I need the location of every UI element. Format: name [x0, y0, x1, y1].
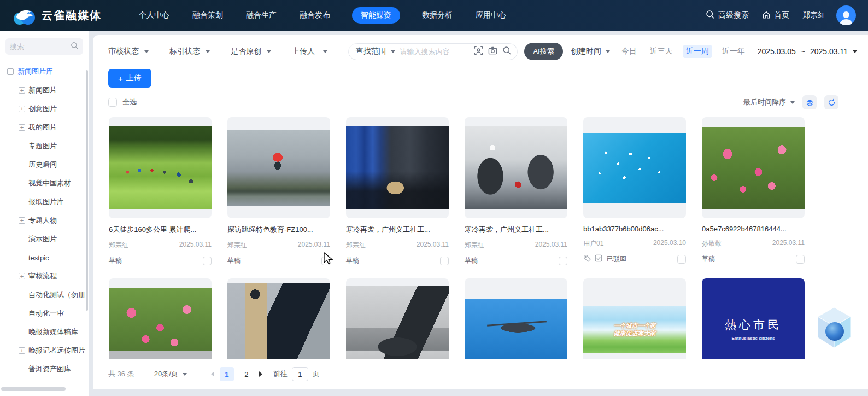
nav-item-smart-media[interactable]: 智能媒资 [352, 7, 400, 24]
chevron-down-icon [606, 50, 610, 53]
sidebar-horizontal-scrollbar[interactable] [1, 387, 66, 391]
search-icon[interactable] [71, 42, 79, 52]
asset-checkbox[interactable] [203, 257, 212, 265]
asset-card[interactable]: 寒冷再袭，广州义工社工... 郑宗红2025.03.11 草稿 [346, 117, 449, 265]
goto-page-input[interactable] [292, 367, 308, 381]
thumbnail[interactable] [346, 117, 449, 218]
range-last-year[interactable]: 近一年 [719, 45, 748, 58]
citizen-card-title: 熱心市民 [725, 317, 782, 333]
tree-item-newspaper-library[interactable]: 报纸图片库 [0, 193, 89, 211]
nav-item-personal[interactable]: 个人中心 [138, 7, 171, 24]
tree-item-my-images[interactable]: 我的图片 [0, 118, 89, 137]
next-page-button[interactable] [259, 371, 262, 377]
asset-card[interactable]: 探访跳绳特色教育-FZ100... 郑宗红2025.03.11 草稿 [227, 117, 330, 265]
range-today[interactable]: 今日 [619, 45, 640, 58]
sidebar-vertical-scrollbar[interactable] [86, 70, 88, 311]
tree-item-news-image-library[interactable]: 新闻图片库 [0, 62, 89, 81]
tree-item-review-flow[interactable]: 审核流程 [0, 267, 89, 286]
layout-layers-button[interactable] [802, 95, 817, 109]
asset-checkbox[interactable] [796, 255, 805, 264]
upload-button[interactable]: 上传 [108, 69, 151, 88]
date-from[interactable]: 2025.03.05 [758, 47, 796, 56]
thumbnail[interactable] [227, 117, 330, 218]
tree-item-testpic[interactable]: testpic [0, 248, 89, 267]
asset-title[interactable]: 寒冷再袭，广州义工社工... [346, 225, 449, 235]
page-size-dropdown[interactable]: 20条/页 [154, 369, 187, 379]
nav-item-publishing[interactable]: 融合发布 [298, 7, 331, 24]
tree-item-puer-assets[interactable]: 普洱资产图库 [0, 360, 89, 378]
asset-title[interactable]: 0a5e7c6922b467816444... [702, 225, 805, 233]
tree-item-history-moments[interactable]: 历史瞬间 [0, 155, 89, 174]
asset-checkbox[interactable] [559, 257, 567, 265]
tree-item-vcg-material[interactable]: 视觉中国素材 [0, 174, 89, 193]
cube-3d-widget[interactable] [814, 303, 854, 358]
asset-checkbox[interactable] [321, 257, 330, 265]
nav-item-apps[interactable]: 应用中心 [474, 7, 507, 24]
thumbnail[interactable] [583, 117, 686, 218]
tree-item-topic-images[interactable]: 专题图片 [0, 137, 89, 155]
asset-checkbox[interactable] [440, 257, 449, 265]
tree-item-news-images[interactable]: 新闻图片 [0, 81, 89, 100]
uploader-dropdown[interactable]: 上传人 [292, 46, 327, 56]
asset-title[interactable]: 探访跳绳特色教育-FZ100... [227, 225, 330, 235]
page-number-1[interactable]: 1 [220, 367, 234, 381]
nav-item-planning[interactable]: 融合策划 [191, 7, 224, 24]
user-avatar[interactable] [836, 5, 856, 25]
create-time-dropdown[interactable]: 创建时间 [571, 46, 610, 56]
date-to[interactable]: 2025.03.11 [810, 47, 848, 56]
asset-card[interactable]: bb1ab3377b6b00d06ac... 用户012025.03.10 [583, 117, 686, 265]
camera-search-icon[interactable] [488, 46, 497, 57]
select-all-checkbox[interactable] [108, 98, 117, 107]
expand-icon[interactable] [19, 217, 25, 224]
search-icon[interactable] [502, 46, 512, 57]
search-scope-dropdown[interactable]: 查找范围 [355, 46, 395, 56]
tagging-status-dropdown[interactable]: 标引状态 [169, 46, 210, 56]
asset-title[interactable]: bb1ab3377b6b00d06ac... [583, 225, 686, 233]
face-search-icon[interactable] [474, 46, 483, 57]
asset-checkbox[interactable] [677, 255, 686, 264]
thumbnail[interactable] [109, 117, 212, 218]
date-range-picker[interactable]: 2025.03.05 ~ 2025.03.11 [758, 47, 857, 56]
asset-title[interactable]: 6天徒步160多公里 累计爬... [109, 225, 212, 235]
range-last-3-days[interactable]: 近三天 [647, 45, 676, 58]
tree-item-creative-images[interactable]: 创意图片 [0, 100, 89, 118]
original-dropdown[interactable]: 是否原创 [231, 46, 271, 56]
tree-item-evening-newmedia[interactable]: 晚报新媒体稿库 [0, 323, 89, 341]
asset-card[interactable]: 0a5e7c6922b467816444... 孙敬敬2025.03.11 草稿 [702, 117, 805, 265]
username[interactable]: 郑宗红 [802, 10, 825, 20]
expand-icon[interactable] [19, 273, 25, 279]
range-last-week[interactable]: 近一周 [683, 45, 712, 58]
expand-icon[interactable] [19, 347, 25, 354]
tree-item-automation-test[interactable]: 自动化测试（勿册 [0, 286, 89, 304]
tree-item-topic-people[interactable]: 专题人物 [0, 211, 89, 230]
sidebar-search-input[interactable] [10, 43, 71, 51]
expand-icon[interactable] [19, 124, 25, 131]
brand[interactable]: 云雀融媒体 [12, 4, 102, 26]
expand-icon[interactable] [19, 87, 25, 94]
prev-page-button[interactable] [211, 371, 214, 377]
thumbnail-image [465, 126, 567, 209]
asset-title[interactable]: 寒冷再袭，广州义工社工... [465, 225, 567, 235]
home-link[interactable]: 首页 [762, 10, 789, 21]
asset-uploader: 郑宗红 [346, 241, 366, 250]
asset-card[interactable]: 寒冷再袭，广州义工社工... 郑宗红2025.03.11 草稿 [465, 117, 567, 265]
advanced-search-link[interactable]: 高级搜索 [706, 10, 749, 21]
sort-dropdown[interactable]: 最后时间降序 [743, 97, 795, 107]
nav-item-analytics[interactable]: 数据分析 [421, 7, 454, 24]
asset-card[interactable]: 6天徒步160多公里 累计爬... 郑宗红2025.03.11 草稿 [109, 117, 212, 265]
page-number-2[interactable]: 2 [239, 367, 254, 381]
refresh-button[interactable] [824, 95, 838, 109]
citizen-card-subtitle: Enthusiastic citizens [731, 336, 775, 341]
keyword-search-input[interactable] [400, 48, 470, 56]
expand-icon[interactable] [19, 106, 25, 112]
collapse-icon[interactable] [7, 68, 14, 75]
tree-item-demo-images[interactable]: 演示图片 [0, 230, 89, 248]
ai-search-button[interactable]: AI搜索 [524, 43, 562, 60]
review-status-dropdown[interactable]: 审核状态 [108, 46, 149, 56]
tree-item-automation-review[interactable]: 自动化一审 [0, 304, 89, 323]
tree-item-evening-reporter[interactable]: 晚报记者远传图片 [0, 341, 89, 360]
thumbnail-image [465, 299, 567, 360]
nav-item-production[interactable]: 融合生产 [245, 7, 278, 24]
thumbnail[interactable] [465, 117, 567, 218]
thumbnail[interactable] [702, 117, 805, 218]
